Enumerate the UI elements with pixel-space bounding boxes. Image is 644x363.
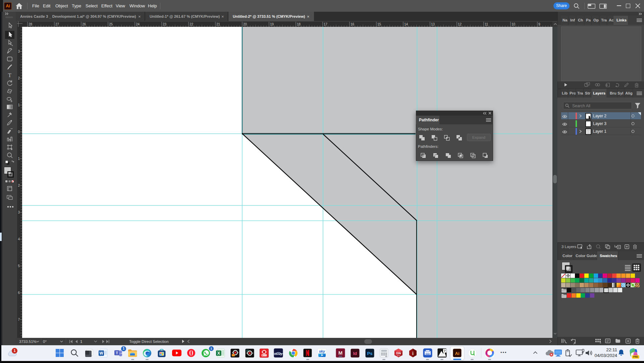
svg-text:7: 7 (444, 349, 445, 353)
svg-text:11: 11 (485, 22, 488, 26)
svg-text:13: 13 (431, 22, 435, 26)
svg-text:0: 0 (18, 130, 20, 134)
svg-text:10: 10 (512, 22, 516, 26)
svg-text:23: 23 (163, 22, 167, 26)
svg-text:X: X (217, 351, 220, 356)
svg-text:W: W (99, 351, 103, 356)
svg-text:AVA: AVA (339, 355, 342, 357)
svg-text:T: T (116, 351, 118, 355)
svg-text:24: 24 (136, 22, 140, 26)
svg-text:21: 21 (216, 22, 220, 26)
svg-text:Disney+: Disney+ (274, 352, 283, 356)
svg-text:1: 1 (80, 340, 82, 344)
svg-text:16: 16 (351, 22, 355, 26)
svg-text:20: 20 (243, 22, 247, 26)
svg-text:17: 17 (324, 22, 328, 26)
svg-text:Id: Id (353, 351, 357, 356)
svg-text:4: 4 (18, 237, 20, 241)
svg-text:7: 7 (18, 318, 20, 321)
svg-text:9: 9 (538, 22, 540, 26)
svg-text:18: 18 (297, 22, 301, 26)
svg-text:14: 14 (404, 22, 408, 26)
svg-text:15: 15 (377, 22, 381, 26)
svg-text:3: 3 (18, 50, 20, 53)
svg-text:22: 22 (190, 22, 194, 26)
svg-text:3: 3 (18, 210, 20, 214)
svg-text:2024: 2024 (397, 355, 400, 357)
svg-text:1: 1 (18, 103, 20, 107)
svg-text:T: T (8, 72, 12, 78)
svg-text:25: 25 (109, 22, 113, 26)
svg-text:6: 6 (18, 291, 20, 295)
svg-text:19: 19 (270, 22, 274, 26)
svg-text:26: 26 (82, 22, 86, 26)
svg-text:1: 1 (18, 157, 20, 161)
svg-text:sky: sky (319, 349, 325, 353)
svg-text:2: 2 (18, 184, 20, 187)
svg-text:i: i (412, 351, 414, 356)
svg-text:27: 27 (55, 22, 59, 26)
svg-text:5: 5 (18, 264, 20, 268)
svg-text:Ai: Ai (455, 351, 460, 356)
svg-text:2: 2 (18, 76, 20, 80)
svg-text:M: M (338, 350, 343, 356)
svg-text:12: 12 (458, 22, 462, 26)
svg-text:28: 28 (29, 22, 33, 26)
svg-text:SW: SW (396, 351, 401, 355)
svg-text:Ps: Ps (367, 351, 372, 356)
